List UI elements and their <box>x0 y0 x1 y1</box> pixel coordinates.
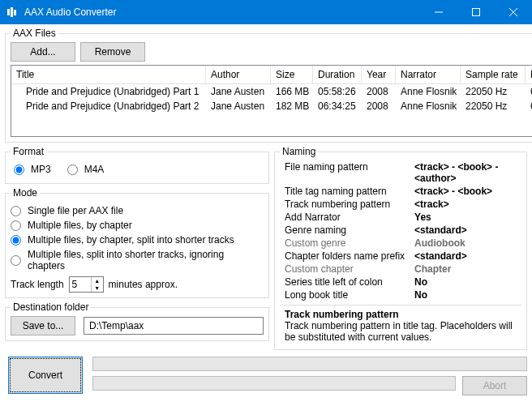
naming-group: Naming File naming pattern<track> - <boo… <box>274 146 527 350</box>
cell: 22050 Hz <box>461 84 526 99</box>
save-to-button[interactable]: Save to... <box>11 316 75 335</box>
file-grid[interactable]: Title Author Size Duration Year Narrator… <box>11 65 532 137</box>
spin-up-icon[interactable]: ▲ <box>92 277 103 284</box>
naming-desc-title: Track numbering pattern <box>285 309 517 320</box>
destination-group: Destination folder Save to... D:\Temp\aa… <box>5 301 269 341</box>
col-samplerate[interactable]: Sample rate <box>461 66 526 83</box>
cell: 06:34:25 <box>313 99 362 113</box>
minimize-button[interactable] <box>420 0 457 24</box>
naming-row[interactable]: Track numbering pattern<track> <box>280 198 521 211</box>
cell: 2008 <box>362 99 396 113</box>
cell: 05:58:26 <box>313 84 362 99</box>
svg-rect-2 <box>14 10 16 15</box>
col-duration[interactable]: Duration <box>313 66 362 83</box>
mode-option-3[interactable]: Multiple files, by chapter, split into s… <box>11 234 264 246</box>
cell: Pride and Prejudice (Unabridged) Part 2 <box>11 99 206 113</box>
cell: Anne Flosnik <box>396 99 461 113</box>
col-title[interactable]: Title <box>11 66 206 83</box>
cell: 166 MB <box>271 84 313 99</box>
cell: Jane Austen <box>206 84 271 99</box>
mode-group: Mode Single file per AAX file Multiple f… <box>5 187 269 298</box>
naming-key: Custom chapter <box>280 263 410 276</box>
close-button[interactable] <box>495 0 532 24</box>
naming-row[interactable]: Long book titleNo <box>280 288 521 301</box>
naming-key: Title tag naming pattern <box>280 185 410 198</box>
cell: 22050 Hz <box>461 99 526 113</box>
naming-value: Audiobook <box>410 237 521 250</box>
naming-value: <track> - <book> - <author> <box>410 160 521 185</box>
naming-key: Series title left of colon <box>280 276 410 288</box>
convert-button[interactable]: Convert <box>8 357 83 394</box>
cell: Pride and Prejudice (Unabridged) Part 1 <box>11 84 206 99</box>
aax-files-legend: AAX Files <box>11 28 58 39</box>
track-length-spinner[interactable]: ▲▼ <box>69 276 104 293</box>
cell: Jane Austen <box>206 99 271 113</box>
add-button[interactable]: Add... <box>11 42 75 62</box>
col-size[interactable]: Size <box>271 66 313 83</box>
window-title: AAX Audio Converter <box>24 6 420 18</box>
format-legend: Format <box>11 146 46 157</box>
naming-key: File naming pattern <box>280 160 410 185</box>
naming-key: Genre naming <box>280 224 410 237</box>
destination-path: D:\Temp\aax <box>84 317 264 335</box>
naming-row[interactable]: Chapter folders name prefix<standard> <box>280 250 521 263</box>
format-mp3-radio[interactable] <box>14 165 24 175</box>
naming-row[interactable]: Add NarratorYes <box>280 211 521 224</box>
format-m4a-radio[interactable] <box>67 165 78 175</box>
col-bitrate[interactable]: Bit rate <box>526 66 532 83</box>
naming-row[interactable]: Series title left of colonNo <box>280 276 521 288</box>
naming-key: Long book title <box>280 288 410 301</box>
naming-key: Custom genre <box>280 237 410 250</box>
svg-rect-4 <box>473 9 480 16</box>
naming-value: Chapter <box>410 263 521 276</box>
naming-value: <track> - <book> <box>410 185 521 198</box>
track-length-suffix: minutes approx. <box>109 279 178 290</box>
naming-value: <standard> <box>410 250 521 263</box>
naming-row[interactable]: File naming pattern<track> - <book> - <a… <box>280 160 521 185</box>
track-length-label: Track length <box>11 279 64 290</box>
naming-row[interactable]: Title tag naming pattern<track> - <book> <box>280 185 521 198</box>
naming-desc-body: Track numbering pattern in title tag. Pl… <box>285 320 517 343</box>
mode-option-2[interactable]: Multiple files, by chapter <box>11 220 264 231</box>
naming-row[interactable]: Custom genreAudiobook <box>280 237 521 250</box>
col-year[interactable]: Year <box>362 66 396 83</box>
svg-rect-0 <box>7 9 10 15</box>
naming-table[interactable]: File naming pattern<track> - <book> - <a… <box>280 160 521 301</box>
table-row[interactable]: Pride and Prejudice (Unabridged) Part 2J… <box>11 99 532 113</box>
naming-row[interactable]: Custom chapterChapter <box>280 263 521 276</box>
naming-description: Track numbering pattern Track numbering … <box>280 305 521 344</box>
format-group: Format MP3 M4A <box>5 146 269 184</box>
naming-value: No <box>410 276 521 288</box>
titlebar: AAX Audio Converter <box>0 0 532 24</box>
abort-button[interactable]: Abort <box>462 376 527 395</box>
cell: Anne Flosnik <box>396 84 461 99</box>
maximize-button[interactable] <box>457 0 495 24</box>
naming-value: <track> <box>410 198 521 211</box>
cell: 2008 <box>362 84 396 99</box>
naming-value: No <box>410 288 521 301</box>
format-m4a-option[interactable]: M4A <box>67 164 105 175</box>
remove-button[interactable]: Remove <box>80 42 145 62</box>
grid-header[interactable]: Title Author Size Duration Year Narrator… <box>11 66 532 84</box>
progress-bar-bottom <box>92 376 456 391</box>
svg-rect-1 <box>11 7 13 17</box>
naming-value: <standard> <box>410 224 521 237</box>
mode-option-1[interactable]: Single file per AAX file <box>11 205 264 216</box>
naming-value: Yes <box>410 211 521 224</box>
col-author[interactable]: Author <box>206 66 271 83</box>
naming-key: Track numbering pattern <box>280 198 410 211</box>
col-narrator[interactable]: Narrator <box>396 66 461 83</box>
spin-down-icon[interactable]: ▼ <box>92 284 103 292</box>
naming-legend: Naming <box>280 146 318 157</box>
track-length-input[interactable] <box>70 279 91 290</box>
cell: 182 MB <box>271 99 313 113</box>
app-icon <box>6 6 19 19</box>
progress-bar-top <box>92 357 527 371</box>
destination-legend: Destination folder <box>11 301 91 313</box>
naming-row[interactable]: Genre naming<standard> <box>280 224 521 237</box>
mode-option-4[interactable]: Multiple files, split into shorter track… <box>11 249 264 271</box>
cell: 64 kb/s <box>526 99 532 113</box>
naming-key: Add Narrator <box>280 211 410 224</box>
format-mp3-option[interactable]: MP3 <box>14 164 51 175</box>
table-row[interactable]: Pride and Prejudice (Unabridged) Part 1J… <box>11 84 532 99</box>
